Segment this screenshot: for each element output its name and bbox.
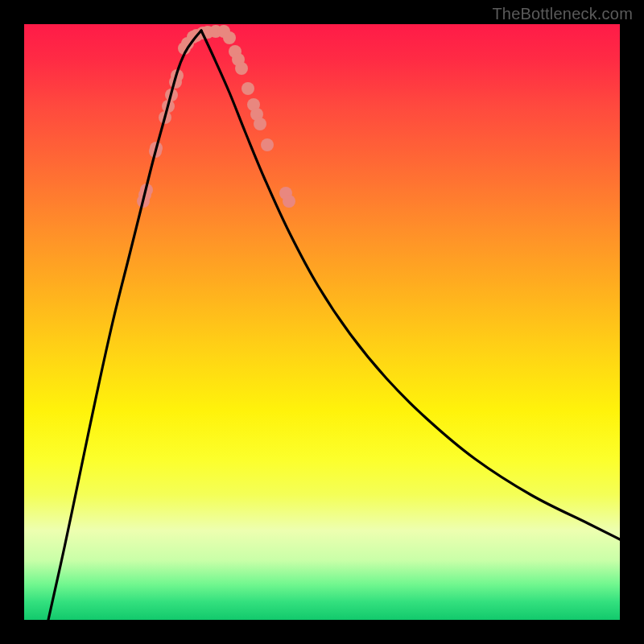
marker-markers-right-1 (223, 31, 236, 44)
curve-layer (48, 31, 620, 620)
marker-markers-right-8 (254, 118, 266, 130)
marker-markers-right-9 (261, 138, 274, 151)
marker-markers-right-11 (283, 195, 295, 208)
marker-markers-right-4 (235, 62, 248, 75)
marker-markers-right-5 (242, 82, 254, 95)
curve-left-curve (48, 31, 201, 620)
outer-frame: TheBottleneck.com (0, 0, 644, 644)
marker-layer (137, 25, 295, 208)
curve-right-curve (201, 31, 620, 539)
watermark-text: TheBottleneck.com (492, 5, 633, 23)
chart-svg (24, 24, 620, 620)
plot-area (24, 24, 620, 620)
